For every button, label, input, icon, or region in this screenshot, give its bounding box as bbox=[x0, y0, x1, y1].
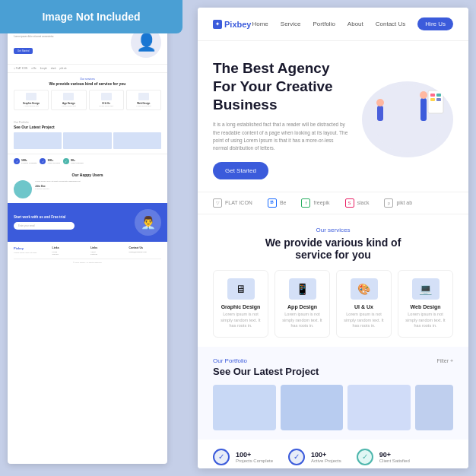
right-service-card-1: 🖥 Graphic Design Lorem ipsum is not simp… bbox=[213, 270, 268, 338]
right-stat-number-2: 100+ bbox=[311, 451, 341, 459]
freepik-label: freepik bbox=[313, 200, 329, 205]
left-services-label: Our services bbox=[14, 78, 161, 81]
banner-text: Image Not Included bbox=[42, 11, 140, 23]
right-service-name-1: Graphic Design bbox=[218, 304, 263, 309]
left-service-desc-2: Lorem ipsum text bbox=[53, 105, 84, 107]
left-service-desc-3: Lorem ipsum text bbox=[91, 105, 122, 107]
left-stat-check-1: ✓ bbox=[14, 158, 20, 164]
left-footer-col-4: Contact Us email@example.com bbox=[129, 246, 162, 255]
right-stat-number-3: 90+ bbox=[379, 451, 410, 459]
right-nav: Pixbey Home Service Portfolio About Cont… bbox=[198, 8, 468, 41]
left-portfolio-title: See Our Latest Project bbox=[14, 125, 161, 129]
right-service-card-3: 🎨 UI & Ux Lorem ipsum is not simply rand… bbox=[336, 270, 392, 338]
left-cta-input: Enter your email bbox=[14, 222, 75, 230]
left-service-icon-4 bbox=[138, 93, 149, 100]
right-service-name-3: UI & Ux bbox=[341, 304, 386, 309]
left-stat-info-2: 100+ Active Projects bbox=[47, 159, 60, 164]
right-stat-info-2: 100+ Active Projects bbox=[311, 451, 341, 463]
right-logo-icon bbox=[213, 20, 222, 29]
left-logo-freepik: freepik bbox=[40, 67, 47, 70]
right-service-name-4: Web Design bbox=[403, 304, 448, 309]
left-portfolio-grid bbox=[14, 132, 161, 149]
left-footer-link-2: Service bbox=[52, 253, 85, 255]
left-logo-pikt: pikt ab bbox=[60, 67, 67, 70]
left-service-card-2: App Design Lorem ipsum text bbox=[51, 90, 86, 110]
left-hero-btn: Get Started bbox=[14, 48, 33, 54]
right-portfolio-item-2 bbox=[281, 385, 344, 430]
left-stat-check-3: ✓ bbox=[63, 158, 69, 164]
svg-rect-1 bbox=[377, 106, 383, 121]
behance-icon: 𝔅 bbox=[268, 198, 277, 208]
left-hero-desc: Lorem ipsum dolor sit amet consectetur. bbox=[14, 35, 128, 38]
right-service-card-2: 📱 App Design Lorem ipsum is not simply r… bbox=[274, 270, 330, 338]
right-stats: ✓ 100+ Projects Complete ✓ 100+ Active P… bbox=[198, 440, 468, 468]
left-cta-image: 👨‍💼 bbox=[135, 209, 161, 236]
left-service-card-4: Web Design Lorem ipsum text bbox=[126, 90, 161, 110]
right-stat-info-1: 100+ Projects Complete bbox=[236, 451, 273, 463]
right-portfolio-label: Our Portfolio bbox=[213, 357, 319, 364]
left-preview-panel: Pixbey Home Service Portfolio Hire Us Th… bbox=[8, 8, 167, 464]
pikt-icon: p bbox=[384, 198, 393, 208]
right-logo-flaticon: ▽ FLAT ICON bbox=[213, 198, 252, 208]
left-portfolio: Our Portfolio See Our Latest Project bbox=[8, 116, 167, 154]
left-footer-logo: Pixbey bbox=[14, 246, 46, 250]
right-portfolio-filter[interactable]: Filter + bbox=[436, 358, 453, 363]
right-hero-btn[interactable]: Get Started bbox=[213, 162, 268, 179]
left-footer-col-2: Links Home Service bbox=[52, 246, 85, 255]
right-nav-about: About bbox=[347, 21, 363, 27]
right-nav-home: Home bbox=[252, 21, 268, 27]
left-footer-divider: © 2021 Pixbey. All rights reserved. bbox=[14, 259, 161, 264]
left-footer: Pixbey Lorem ipsum dolor sit amet. Links… bbox=[8, 242, 167, 267]
left-stat-1: ✓ 100+ Projects Complete bbox=[14, 158, 36, 164]
left-portfolio-item-3 bbox=[113, 132, 161, 149]
right-portfolio-grid bbox=[213, 385, 453, 430]
right-portfolio: Our Portfolio See Our Latest Project Fil… bbox=[198, 347, 468, 440]
right-hire-btn[interactable]: Hire Us bbox=[417, 17, 453, 30]
right-nav-contact: Contact Us bbox=[376, 21, 406, 27]
left-stat-info-1: 100+ Projects Complete bbox=[21, 159, 36, 164]
behance-label: Be bbox=[280, 200, 287, 205]
right-service-icon-4: 💻 bbox=[412, 278, 440, 300]
right-nav-portfolio: Portfolio bbox=[313, 21, 335, 27]
left-portfolio-item-2 bbox=[63, 132, 111, 149]
right-service-icon-3: 🎨 bbox=[351, 278, 378, 300]
left-test-content: Lorem ipsum dolor sit amet consectetur a… bbox=[35, 180, 161, 198]
right-hero-desc: It is a long established fact that a rea… bbox=[213, 121, 350, 153]
left-test-avatar bbox=[14, 180, 32, 198]
right-service-desc-1: Lorem ipsum is not simply random text. I… bbox=[218, 312, 263, 329]
left-footer-text: Lorem ipsum dolor sit amet. bbox=[14, 252, 46, 254]
right-hero-text: The Best AgencyFor Your Creative Busines… bbox=[213, 59, 350, 179]
left-service-cards: Graphic Design Lorem ipsum text App Desi… bbox=[14, 90, 161, 110]
right-hero: The Best AgencyFor Your Creative Busines… bbox=[198, 41, 468, 192]
right-service-cards: 🖥 Graphic Design Lorem ipsum is not simp… bbox=[213, 270, 453, 338]
svg-rect-3 bbox=[420, 98, 427, 121]
right-portfolio-header: Our Portfolio See Our Latest Project Fil… bbox=[213, 357, 453, 383]
right-preview-panel: Pixbey Home Service Portfolio About Cont… bbox=[198, 8, 468, 468]
right-stat-3: ✓ 90+ Client Satisfied bbox=[357, 449, 410, 465]
pikt-label: pikt ab bbox=[396, 200, 412, 205]
right-logos-bar: ▽ FLAT ICON 𝔅 Be f freepik S slack p pik… bbox=[198, 192, 468, 214]
right-logo-slack: S slack bbox=[345, 198, 370, 208]
svg-rect-7 bbox=[436, 94, 441, 97]
left-footer-heading-4: Contact Us bbox=[129, 246, 162, 249]
left-stat-label-2: Active Projects bbox=[47, 162, 60, 164]
left-logo-slack: slack bbox=[51, 67, 56, 70]
left-service-desc-1: Lorem ipsum text bbox=[16, 105, 46, 107]
left-portfolio-label: Our Portfolio bbox=[14, 121, 161, 124]
right-portfolio-item-1 bbox=[213, 385, 276, 430]
slack-icon: S bbox=[345, 198, 354, 208]
right-service-desc-3: Lorem ipsum is not simply random text. I… bbox=[341, 312, 386, 329]
left-test-desc: Lorem ipsum dolor sit amet consectetur a… bbox=[35, 180, 161, 183]
left-footer-copy: © 2021 Pixbey. All rights reserved. bbox=[14, 262, 161, 264]
left-stat-info-3: 90+ Client Satisfied bbox=[71, 159, 84, 164]
left-testimonial: Our Happy Users Lorem ipsum dolor sit am… bbox=[8, 168, 167, 203]
left-stat-2: ✓ 100+ Active Projects bbox=[40, 158, 60, 164]
left-stats: ✓ 100+ Projects Complete ✓ 100+ Active P… bbox=[8, 154, 167, 168]
right-stat-label-1: Projects Complete bbox=[236, 459, 273, 463]
freepik-icon: f bbox=[301, 198, 310, 208]
left-service-card-3: UI & Ux Lorem ipsum text bbox=[89, 90, 124, 110]
left-footer-contact-1: email@example.com bbox=[129, 251, 162, 253]
left-test-card: Lorem ipsum dolor sit amet consectetur a… bbox=[14, 180, 161, 198]
right-service-desc-2: Lorem ipsum is not simply random text. I… bbox=[280, 312, 325, 329]
right-logo-pikt: p pikt ab bbox=[384, 198, 412, 208]
